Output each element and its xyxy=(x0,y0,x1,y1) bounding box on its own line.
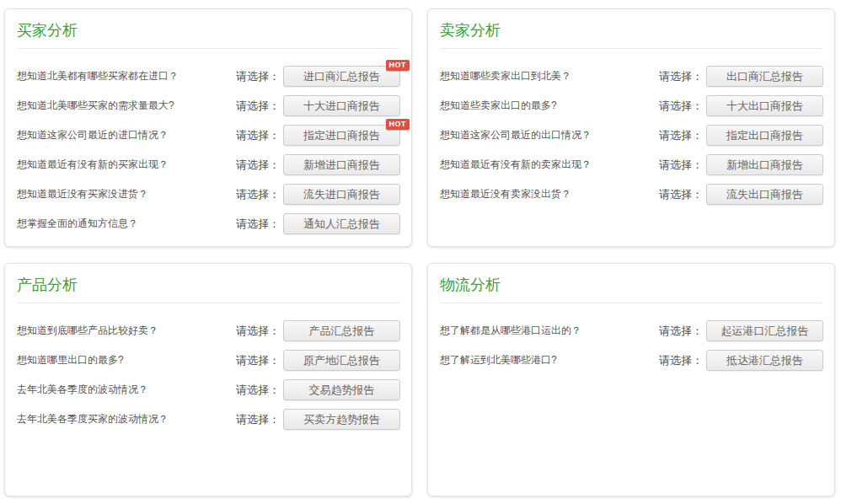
question-text: 想知道些卖家出口的最多? xyxy=(440,99,557,113)
panel-title: 买家分析 xyxy=(17,21,399,40)
button-wrap: 买卖方趋势报告 xyxy=(283,409,400,430)
report-button-buyer-seller-trend[interactable]: 买卖方趋势报告 xyxy=(283,409,400,430)
button-wrap: 出口商汇总报告 xyxy=(706,66,823,87)
select-label: 请选择： xyxy=(659,128,703,143)
panel-title: 产品分析 xyxy=(17,276,399,294)
question-text: 想知道哪些卖家出口到北美？ xyxy=(440,69,571,83)
report-button-new-exporters[interactable]: 新增出口商报告 xyxy=(706,154,823,175)
report-row: 想知道这家公司最近的进口情况？ 请选择： 指定进口商报告 HOT xyxy=(5,121,411,150)
report-button-exporter-summary[interactable]: 出口商汇总报告 xyxy=(706,66,823,87)
report-button-specified-importer[interactable]: 指定进口商报告 xyxy=(283,125,400,146)
select-label: 请选择： xyxy=(236,412,280,427)
question-text: 去年北美各季度买家的波动情况？ xyxy=(17,412,169,426)
report-row: 想知道些卖家出口的最多? 请选择： 十大出口商报告 xyxy=(428,91,834,121)
select-label: 请选择： xyxy=(659,99,703,114)
report-row: 想知道北美哪些买家的需求量最大? 请选择： 十大进口商报告 xyxy=(5,91,411,121)
rows-container: 想知道哪些卖家出口到北美？ 请选择： 出口商汇总报告 想知道些卖家出口的最多? … xyxy=(428,49,834,209)
question-text: 想知道到底哪些产品比较好卖？ xyxy=(17,324,158,338)
button-wrap: 新增进口商报告 xyxy=(283,154,400,175)
report-row: 去年北美各季度的波动情况？ 请选择： 交易趋势报告 xyxy=(5,375,411,405)
question-text: 想了解都是从哪些港口运出的？ xyxy=(440,324,581,338)
question-text: 想知道最近没有卖家没出货？ xyxy=(440,187,571,201)
report-button-lost-importers[interactable]: 流失进口商报告 xyxy=(283,184,400,205)
report-selection-page: 买家分析 想知道北美都有哪些买家都在进口？ 请选择： 进口商汇总报告 HOT 想… xyxy=(0,0,841,504)
select-label: 请选择： xyxy=(659,69,703,84)
question-text: 想知道最近没有买家没进货？ xyxy=(17,187,148,201)
report-button-loading-port-summary[interactable]: 起运港口汇总报告 xyxy=(706,320,823,341)
hot-badge: HOT xyxy=(386,60,410,71)
button-wrap: 十大进口商报告 xyxy=(283,95,400,116)
select-label: 请选择： xyxy=(236,69,280,84)
report-button-specified-exporter[interactable]: 指定出口商报告 xyxy=(706,125,823,146)
button-wrap: 交易趋势报告 xyxy=(283,379,400,400)
button-wrap: 十大出口商报告 xyxy=(706,95,823,116)
question-text: 想掌握全面的通知方信息？ xyxy=(17,217,138,231)
report-row: 想知道到底哪些产品比较好卖？ 请选择： 产品汇总报告 xyxy=(5,316,411,346)
report-row: 想知道最近没有卖家没出货？ 请选择： 流失出口商报告 xyxy=(428,180,834,209)
question-text: 想知道最近有没有新的卖家出现？ xyxy=(440,158,592,172)
button-wrap: 指定出口商报告 xyxy=(706,125,823,146)
button-wrap: 抵达港汇总报告 xyxy=(706,350,823,371)
panel-buyer-analysis: 买家分析 想知道北美都有哪些买家都在进口？ 请选择： 进口商汇总报告 HOT 想… xyxy=(4,8,412,247)
report-row: 想知道最近有没有新的卖家出现？ 请选择： 新增出口商报告 xyxy=(428,150,834,180)
select-label: 请选择： xyxy=(659,324,703,339)
select-label: 请选择： xyxy=(236,217,280,232)
report-row: 想知道这家公司最近的出口情况？ 请选择： 指定出口商报告 xyxy=(428,121,834,150)
select-label: 请选择： xyxy=(236,99,280,114)
button-wrap: 流失出口商报告 xyxy=(706,184,823,205)
report-button-notify-party-summary[interactable]: 通知人汇总报告 xyxy=(283,213,400,234)
rows-container: 想了解都是从哪些港口运出的？ 请选择： 起运港口汇总报告 想了解运到北美哪些港口… xyxy=(428,303,834,375)
report-button-product-summary[interactable]: 产品汇总报告 xyxy=(283,320,400,341)
report-row: 想知道哪些卖家出口到北美？ 请选择： 出口商汇总报告 xyxy=(428,62,834,91)
report-button-trade-trend[interactable]: 交易趋势报告 xyxy=(283,379,400,400)
question-text: 去年北美各季度的波动情况？ xyxy=(17,383,148,397)
question-text: 想知道哪里出口的最多? xyxy=(17,353,124,367)
button-wrap: 指定进口商报告 HOT xyxy=(283,125,400,146)
select-label: 请选择： xyxy=(236,128,280,143)
report-button-lost-exporters[interactable]: 流失出口商报告 xyxy=(706,184,823,205)
select-label: 请选择： xyxy=(236,353,280,368)
button-wrap: 起运港口汇总报告 xyxy=(706,320,823,341)
question-text: 想知道北美哪些买家的需求量最大? xyxy=(17,99,174,113)
report-button-top10-importers[interactable]: 十大进口商报告 xyxy=(283,95,400,116)
button-wrap: 原产地汇总报告 xyxy=(283,350,400,371)
question-text: 想了解运到北美哪些港口? xyxy=(440,353,557,367)
report-button-origin-summary[interactable]: 原产地汇总报告 xyxy=(283,350,400,371)
select-label: 请选择： xyxy=(236,187,280,202)
report-button-arrival-port-summary[interactable]: 抵达港汇总报告 xyxy=(706,350,823,371)
button-wrap: 流失进口商报告 xyxy=(283,184,400,205)
report-row: 想知道哪里出口的最多? 请选择： 原产地汇总报告 xyxy=(5,346,411,375)
report-row: 想知道北美都有哪些买家都在进口？ 请选择： 进口商汇总报告 HOT xyxy=(5,62,411,91)
panel-title: 卖家分析 xyxy=(440,21,822,40)
select-label: 请选择： xyxy=(659,187,703,202)
report-row: 想了解都是从哪些港口运出的？ 请选择： 起运港口汇总报告 xyxy=(428,316,834,346)
report-button-importer-summary[interactable]: 进口商汇总报告 xyxy=(283,66,400,87)
select-label: 请选择： xyxy=(236,383,280,398)
panel-seller-analysis: 卖家分析 想知道哪些卖家出口到北美？ 请选择： 出口商汇总报告 想知道些卖家出口… xyxy=(427,8,835,247)
rows-container: 想知道到底哪些产品比较好卖？ 请选择： 产品汇总报告 想知道哪里出口的最多? 请… xyxy=(5,303,411,434)
report-row: 去年北美各季度买家的波动情况？ 请选择： 买卖方趋势报告 xyxy=(5,405,411,434)
question-text: 想知道北美都有哪些买家都在进口？ xyxy=(17,69,179,83)
report-row: 想了解运到北美哪些港口? 请选择： 抵达港汇总报告 xyxy=(428,346,834,375)
report-button-new-importers[interactable]: 新增进口商报告 xyxy=(283,154,400,175)
select-label: 请选择： xyxy=(236,324,280,339)
report-row: 想知道最近有没有新的买家出现？ 请选择： 新增进口商报告 xyxy=(5,150,411,180)
button-wrap: 通知人汇总报告 xyxy=(283,213,400,234)
report-button-top10-exporters[interactable]: 十大出口商报告 xyxy=(706,95,823,116)
button-wrap: 产品汇总报告 xyxy=(283,320,400,341)
select-label: 请选择： xyxy=(659,158,703,173)
button-wrap: 进口商汇总报告 HOT xyxy=(283,66,400,87)
question-text: 想知道这家公司最近的进口情况？ xyxy=(17,128,169,142)
button-wrap: 新增出口商报告 xyxy=(706,154,823,175)
panel-product-analysis: 产品分析 想知道到底哪些产品比较好卖？ 请选择： 产品汇总报告 想知道哪里出口的… xyxy=(4,263,412,496)
hot-badge: HOT xyxy=(386,119,410,130)
panel-logistics-analysis: 物流分析 想了解都是从哪些港口运出的？ 请选择： 起运港口汇总报告 想了解运到北… xyxy=(427,263,835,496)
report-row: 想掌握全面的通知方信息？ 请选择： 通知人汇总报告 xyxy=(5,209,411,239)
select-label: 请选择： xyxy=(236,158,280,173)
report-row: 想知道最近没有买家没进货？ 请选择： 流失进口商报告 xyxy=(5,180,411,209)
question-text: 想知道最近有没有新的买家出现？ xyxy=(17,158,169,172)
rows-container: 想知道北美都有哪些买家都在进口？ 请选择： 进口商汇总报告 HOT 想知道北美哪… xyxy=(5,49,411,239)
question-text: 想知道这家公司最近的出口情况？ xyxy=(440,128,592,142)
select-label: 请选择： xyxy=(659,353,703,368)
panel-title: 物流分析 xyxy=(440,276,822,294)
